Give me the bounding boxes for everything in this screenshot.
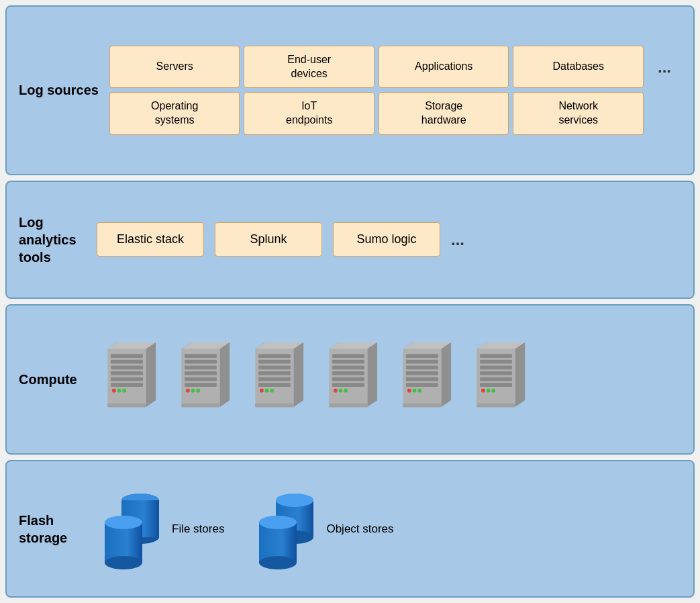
server-icon-5 [392, 342, 452, 416]
compute-section: Compute [5, 304, 695, 455]
svg-rect-59 [329, 404, 367, 408]
svg-point-28 [196, 389, 200, 393]
svg-rect-14 [107, 404, 146, 408]
source-end-user-devices: End-userdevices [244, 46, 374, 89]
source-servers: Servers [109, 46, 240, 89]
svg-rect-82 [480, 365, 512, 369]
source-databases: Databases [513, 46, 644, 89]
svg-point-43 [270, 389, 274, 393]
tools-dots: ... [451, 230, 464, 249]
file-stores-icon [97, 485, 164, 573]
server-icon-3 [244, 342, 305, 416]
svg-point-73 [417, 389, 421, 393]
log-analytics-section: Loganalyticstools Elastic stack Splunk S… [5, 181, 695, 299]
svg-rect-6 [111, 360, 143, 364]
svg-rect-9 [111, 377, 143, 381]
svg-rect-29 [181, 404, 219, 408]
svg-rect-8 [111, 371, 143, 375]
svg-marker-34 [294, 342, 303, 407]
svg-point-27 [191, 389, 195, 393]
log-analytics-label: Loganalyticstools [19, 214, 86, 266]
svg-rect-69 [406, 377, 438, 381]
svg-point-57 [339, 389, 343, 393]
svg-rect-35 [258, 354, 291, 358]
source-network-services: Networkservices [513, 92, 644, 135]
server-icon-1 [97, 342, 157, 416]
log-sources-label: Log sources [19, 81, 99, 99]
svg-point-56 [334, 389, 338, 393]
svg-rect-5 [111, 354, 143, 358]
svg-point-105 [259, 556, 297, 569]
svg-point-42 [265, 389, 269, 393]
svg-rect-10 [111, 383, 143, 387]
svg-rect-50 [332, 354, 364, 358]
tools-row: Elastic stack Splunk Sumo logic ... [97, 222, 681, 257]
svg-marker-79 [515, 342, 525, 407]
svg-rect-22 [185, 365, 217, 369]
svg-point-13 [122, 389, 126, 393]
svg-rect-74 [403, 404, 441, 408]
svg-point-41 [260, 389, 264, 393]
svg-marker-64 [442, 342, 451, 407]
svg-rect-65 [406, 354, 438, 358]
log-sources-section: Log sources Servers End-userdevices Appl… [5, 5, 695, 175]
object-stores-icon [251, 485, 318, 573]
svg-rect-84 [480, 377, 512, 381]
svg-point-106 [259, 516, 297, 529]
svg-marker-19 [220, 342, 230, 407]
tool-splunk: Splunk [215, 222, 322, 257]
file-stores-label: File stores [172, 522, 224, 536]
svg-marker-49 [368, 342, 377, 407]
svg-rect-66 [406, 360, 438, 364]
svg-point-12 [117, 389, 121, 393]
svg-rect-54 [332, 377, 364, 381]
flash-storage-label: Flashstorage [19, 512, 86, 547]
source-operating-systems: Operatingsystems [109, 92, 240, 135]
svg-point-26 [186, 389, 190, 393]
source-iot-endpoints: IoTendpoints [244, 92, 374, 135]
svg-rect-80 [480, 354, 512, 358]
flash-storage-section: Flashstorage [5, 460, 695, 598]
server-icon-6 [466, 342, 526, 416]
compute-label: Compute [19, 371, 86, 388]
svg-rect-37 [258, 365, 291, 369]
svg-rect-7 [111, 365, 143, 369]
tool-elastic-stack: Elastic stack [97, 222, 204, 257]
svg-rect-23 [185, 371, 217, 375]
storage-row: File stores [97, 485, 681, 573]
svg-point-102 [276, 494, 313, 507]
log-sources-dots: ... [648, 46, 681, 89]
svg-rect-68 [406, 371, 438, 375]
svg-rect-83 [480, 371, 512, 375]
svg-rect-89 [477, 404, 515, 408]
svg-point-11 [112, 389, 116, 393]
svg-rect-36 [258, 360, 291, 364]
file-stores-item: File stores [97, 485, 224, 573]
svg-rect-81 [480, 360, 512, 364]
svg-marker-4 [146, 342, 156, 407]
svg-rect-55 [332, 383, 364, 387]
svg-rect-20 [185, 354, 217, 358]
svg-point-88 [491, 389, 495, 393]
svg-point-71 [407, 389, 411, 393]
svg-rect-52 [332, 365, 364, 369]
svg-point-72 [413, 389, 417, 393]
server-icon-4 [318, 342, 379, 416]
svg-rect-67 [406, 365, 438, 369]
svg-point-97 [105, 556, 142, 569]
svg-rect-25 [185, 383, 217, 387]
source-storage-hardware: Storagehardware [379, 92, 509, 135]
servers-row [97, 342, 681, 416]
svg-rect-38 [258, 371, 291, 375]
svg-point-86 [481, 389, 485, 393]
svg-point-98 [105, 516, 142, 529]
svg-rect-44 [255, 404, 293, 408]
svg-point-87 [487, 389, 491, 393]
svg-rect-40 [258, 383, 291, 387]
object-stores-item: Object stores [251, 485, 393, 573]
svg-rect-39 [258, 377, 291, 381]
svg-rect-53 [332, 371, 364, 375]
svg-rect-21 [185, 360, 217, 364]
log-sources-grid: Servers End-userdevices Applications Dat… [109, 46, 681, 135]
tool-sumo-logic: Sumo logic [333, 222, 440, 257]
